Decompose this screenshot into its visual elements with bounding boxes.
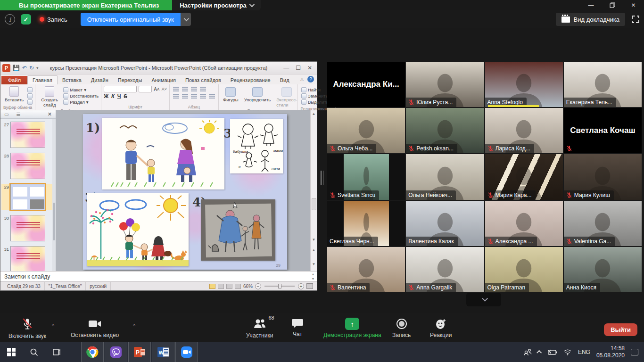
ribbon-tab-4[interactable]: Переходы (113, 76, 147, 84)
thumbnail-image[interactable] (10, 153, 45, 179)
participant-tile[interactable]: Александра Ки... (327, 62, 405, 107)
participant-tile[interactable]: Валентина (327, 247, 405, 292)
font-name-box[interactable] (104, 86, 137, 92)
participant-tile[interactable]: Olga Patraman (485, 247, 563, 292)
taskbar-app-zoom[interactable] (175, 342, 198, 362)
thumbnail-image[interactable] (10, 122, 45, 148)
slide-thumbnail-30[interactable]: 30 (1, 215, 55, 241)
ribbon-tab-5[interactable]: Анимация (147, 76, 181, 84)
layout-button[interactable]: Макет ▾ (63, 87, 99, 92)
share-screen-button[interactable]: ↑ Демонстрация экрана (323, 318, 381, 338)
columns-icon[interactable] (209, 94, 215, 99)
ribbon-tab-6[interactable]: Показ слайдов (181, 76, 226, 84)
notes-scrollbar[interactable]: ▲▼ (310, 272, 316, 281)
slide-thumbnail-29[interactable]: 29 (1, 184, 55, 210)
slide-thumbnail-28[interactable]: 28 (1, 153, 55, 179)
save-icon[interactable]: 💾 (13, 65, 20, 71)
arrange-button[interactable]: Упорядочить (242, 87, 273, 103)
participant-tile[interactable]: Светлана Черн... (327, 201, 405, 246)
audio-options-caret[interactable]: ⌃ (51, 323, 55, 329)
grow-font-icon[interactable]: A˄ (154, 87, 160, 92)
zoom-in-button[interactable]: + (298, 283, 304, 289)
speaker-view-button[interactable]: Вид докладчика (556, 13, 625, 26)
font-style-button-0[interactable]: Ж (104, 93, 108, 99)
participant-tile[interactable]: Светлана Кочаш (564, 108, 642, 153)
start-button[interactable] (0, 342, 23, 362)
scroll-up-icon[interactable]: ▲ (312, 110, 316, 117)
taskbar-app-powerpoint[interactable]: P (128, 342, 151, 362)
participant-tile[interactable]: Юлия Руста... (406, 62, 484, 107)
participant-tile[interactable]: Мария Кара... (485, 154, 563, 199)
scrollbar-thumb[interactable] (312, 198, 316, 210)
paste-button[interactable]: Вставить (3, 86, 25, 103)
participant-tile[interactable]: Александра ... (485, 201, 563, 246)
ppt-maximize-icon[interactable]: ☐ (296, 65, 301, 71)
stop-video-button[interactable]: Остановить видео (71, 318, 119, 338)
video-options-caret[interactable]: ⌃ (132, 323, 136, 329)
shapes-button[interactable]: Фигуры (221, 87, 240, 103)
leave-meeting-button[interactable]: Выйти (604, 323, 637, 336)
action-center-icon[interactable] (631, 349, 638, 355)
zoom-slider[interactable] (264, 286, 295, 287)
taskbar-app-viber[interactable] (105, 342, 127, 362)
chat-button[interactable]: Чат (291, 318, 304, 337)
participant-tile[interactable]: Anna Gargalik (406, 247, 484, 292)
language-indicator[interactable]: ENG (578, 349, 590, 355)
new-slide-button[interactable]: Создать слайд (38, 86, 61, 108)
previous-slide-button[interactable]: ▲ (312, 243, 316, 257)
reading-view-button[interactable] (226, 284, 232, 289)
indent-increase-icon[interactable] (200, 87, 206, 92)
align-left-icon[interactable] (173, 94, 179, 99)
more-participants-button[interactable] (466, 293, 501, 306)
notes-pane[interactable]: Заметки к слайду ▲▼ (0, 271, 317, 281)
thumbnail-image[interactable] (10, 184, 45, 210)
slide-sorter-view-button[interactable] (218, 284, 224, 289)
minimize-ribbon-icon[interactable]: △ (300, 77, 304, 82)
ribbon-tab-8[interactable]: Вид (275, 76, 294, 84)
search-button[interactable] (23, 342, 45, 362)
slide-thumbnail-27[interactable]: 27 (1, 122, 55, 148)
wifi-icon[interactable] (563, 349, 572, 355)
unmute-button[interactable]: Включить звук (8, 318, 46, 339)
reactions-button[interactable]: Реакции (430, 318, 452, 338)
thumbnail-scrollbar[interactable] (52, 119, 56, 271)
participant-tile[interactable]: Ольга Нейковч... (406, 154, 484, 199)
close-icon[interactable]: ✕ (623, 0, 644, 10)
section-button[interactable]: Раздел ▾ (63, 99, 99, 105)
numbering-icon[interactable] (182, 87, 188, 92)
ribbon-tab-7[interactable]: Рецензирование (226, 76, 275, 84)
powerpoint-app-icon[interactable]: P (2, 64, 10, 72)
participant-tile[interactable]: Екатерина Тель... (564, 62, 642, 107)
font-style-button-2[interactable]: Ч (117, 93, 121, 99)
slides-tab-icon[interactable]: ▭ (4, 112, 8, 117)
indent-decrease-icon[interactable] (191, 87, 197, 92)
thumbnail-image[interactable] (10, 215, 45, 241)
participant-tile[interactable]: Мария Кулиш (564, 154, 642, 199)
view-settings-button[interactable]: Настройки просмотра (172, 0, 261, 10)
ribbon-tab-2[interactable]: Вставка (58, 76, 86, 84)
participant-tile[interactable]: Petish.oksan... (406, 108, 484, 153)
slide-canvas[interactable]: 1) (83, 114, 287, 270)
record-button[interactable]: Запись (392, 318, 411, 338)
ribbon-tab-3[interactable]: Дизайн (86, 76, 113, 84)
font-size-box[interactable] (139, 86, 152, 92)
bullets-icon[interactable] (173, 87, 179, 92)
slideshow-view-button[interactable] (235, 284, 241, 289)
participant-tile[interactable]: Анна Киося (564, 247, 642, 292)
redo-icon[interactable]: ↻ (29, 65, 34, 71)
ppt-close-icon[interactable]: ✕ (307, 65, 312, 71)
ppt-minimize-icon[interactable]: — (283, 65, 289, 71)
scroll-down-icon[interactable]: ▼ (312, 236, 316, 243)
next-slide-button[interactable]: ▼ (312, 257, 316, 271)
font-style-button-1[interactable]: К (111, 93, 115, 99)
zoom-out-button[interactable]: − (255, 283, 261, 289)
participant-tile[interactable]: Лариса Код... (485, 108, 563, 153)
mute-original-sound-button[interactable]: Отключить оригинальный звук (81, 13, 181, 26)
slide-vertical-scrollbar[interactable]: ▲ ▼ ▲ ▼ (310, 110, 317, 271)
normal-view-button[interactable] (209, 284, 215, 289)
ribbon-tab-file[interactable]: Файл (1, 76, 27, 84)
task-view-button[interactable] (45, 342, 68, 362)
fullscreen-icon[interactable] (632, 16, 639, 23)
hidden-icons-chevron[interactable] (537, 350, 542, 355)
restore-icon[interactable] (602, 0, 623, 10)
